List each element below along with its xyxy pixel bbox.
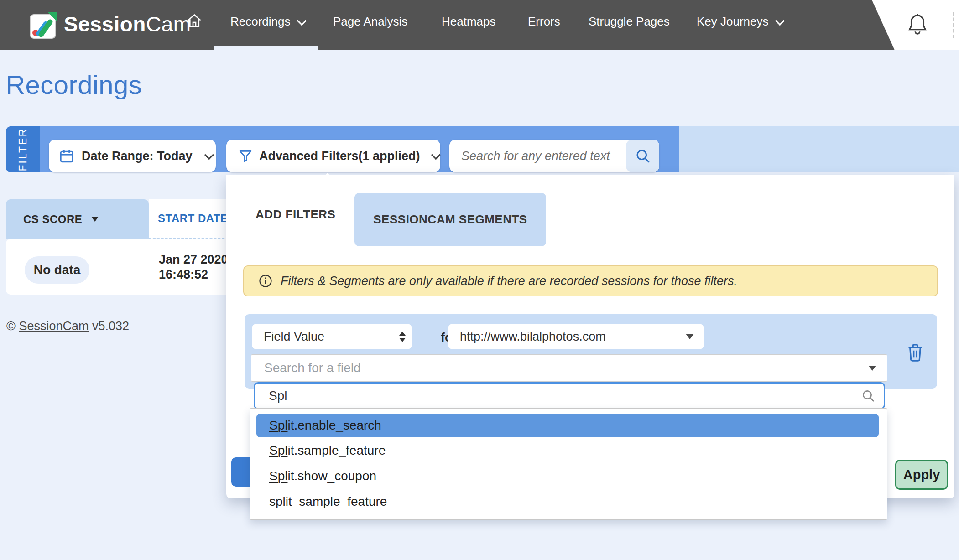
footer-sessioncam-link[interactable]: SessionCam: [19, 319, 89, 333]
info-banner: Filters & Segments are only available if…: [243, 265, 938, 296]
start-date-cell: Jan 27 2020, 16:48:52: [159, 252, 231, 282]
select-caret-icon: [686, 334, 694, 339]
more-options-icon[interactable]: [953, 12, 954, 38]
date-range-button[interactable]: Date Range: Today: [49, 140, 216, 172]
field-search-input[interactable]: [268, 388, 861, 404]
nav-item-struggle-pages[interactable]: Struggle Pages: [589, 15, 670, 29]
funnel-icon: [238, 149, 253, 163]
tab-add-filters[interactable]: ADD FILTERS: [255, 207, 335, 222]
home-icon[interactable]: [186, 13, 203, 29]
brand-name[interactable]: SessionCam: [64, 12, 191, 36]
top-nav-bar: SessionCam Recordings Page Analysis Heat…: [0, 0, 959, 50]
apply-button[interactable]: Apply: [895, 460, 948, 490]
cs-score-badge: No data: [25, 256, 89, 284]
nav-item-heatmaps[interactable]: Heatmaps: [442, 15, 496, 29]
sessioncam-logo-icon[interactable]: [29, 10, 58, 40]
session-search-box: [449, 140, 659, 172]
nav-item-page-analysis[interactable]: Page Analysis: [333, 15, 407, 29]
site-select[interactable]: http://www.bilalphotos.com: [448, 324, 704, 349]
field-options-list: Split.enable_search Split.sample_feature…: [250, 408, 887, 520]
filter-collapse-tab[interactable]: FILTER: [6, 126, 40, 172]
field-search-select[interactable]: Search for a field: [251, 354, 887, 382]
session-search-input[interactable]: [460, 142, 626, 170]
select-caret-icon: [869, 366, 876, 371]
option-split-sample-feature-2[interactable]: split_sample_feature: [256, 490, 879, 513]
page-title: Recordings: [6, 69, 142, 100]
nav-wedge: [872, 0, 895, 50]
notifications-bell-icon[interactable]: [907, 13, 928, 36]
field-search-placeholder: Search for a field: [264, 361, 361, 375]
column-header-cs-score[interactable]: CS SCORE: [6, 199, 149, 239]
advanced-filters-label: Advanced Filters(1 applied): [259, 149, 420, 163]
brand-part1: Session: [64, 12, 146, 36]
filter-bar-extension: [679, 126, 959, 172]
delete-filter-trash-icon[interactable]: [906, 342, 924, 362]
sort-descending-icon: [91, 217, 99, 222]
chevron-down-icon: [775, 16, 784, 26]
nav-item-key-journeys[interactable]: Key Journeys: [697, 15, 782, 29]
chevron-down-icon: [204, 150, 214, 160]
field-search-typeahead: [254, 382, 885, 410]
option-split-sample-feature[interactable]: Split.sample_feature: [256, 439, 879, 462]
info-icon: [259, 274, 272, 288]
active-nav-indicator: [214, 46, 318, 50]
search-icon: [861, 389, 876, 403]
search-icon: [635, 148, 651, 164]
date-range-label: Date Range: Today: [82, 149, 193, 163]
nav-item-recordings[interactable]: Recordings: [230, 15, 304, 29]
option-split-show-coupon[interactable]: Split.show_coupon: [256, 464, 879, 488]
nav-item-errors[interactable]: Errors: [528, 15, 560, 29]
option-split-enable-search[interactable]: Split.enable_search: [256, 414, 879, 437]
chevron-down-icon: [297, 16, 306, 26]
panel-pointer-notch: [321, 173, 334, 181]
tab-sessioncam-segments[interactable]: SESSIONCAM SEGMENTS: [354, 193, 546, 246]
brand-part2: Cam: [146, 12, 191, 36]
footer-version: © SessionCam v5.032: [6, 319, 129, 333]
column-header-start-date[interactable]: START DATE: [149, 199, 233, 239]
calendar-icon: [59, 148, 74, 164]
advanced-filters-button[interactable]: Advanced Filters(1 applied): [226, 140, 440, 172]
banner-text: Filters & Segments are only available if…: [281, 274, 737, 288]
select-spinner-icon: [399, 332, 406, 342]
table-row[interactable]: No data Jan 27 2020, 16:48:52: [6, 239, 233, 295]
field-type-select[interactable]: Field Value: [252, 324, 412, 349]
chevron-down-icon: [431, 150, 440, 160]
sessioncam-app: { "nav": { "brand": {"part1": "Session",…: [0, 0, 959, 560]
search-button[interactable]: [626, 140, 659, 172]
